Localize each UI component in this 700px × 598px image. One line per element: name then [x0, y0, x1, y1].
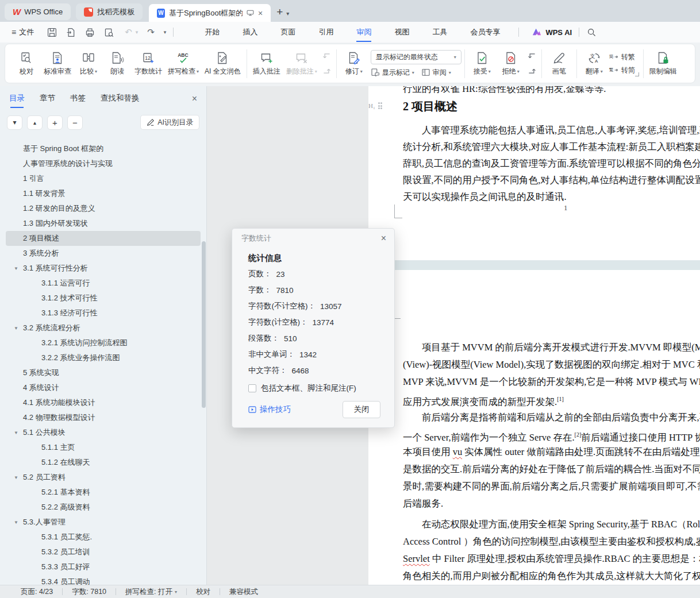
toc-item[interactable]: 5.2.2 高级资料: [6, 500, 201, 515]
toc-item[interactable]: 基于 Spring Boot 框架的: [6, 141, 201, 156]
previous-change-icon[interactable]: [527, 52, 537, 61]
checkbox-icon[interactable]: [248, 384, 256, 392]
heading-level-badge[interactable]: H₁: [368, 102, 382, 109]
accept-button[interactable]: 接受▾: [468, 49, 497, 79]
restrict-edit-button[interactable]: 限制编辑: [647, 49, 680, 79]
toc-item[interactable]: 5.3.2 员工培训: [6, 545, 201, 560]
menu-插入[interactable]: 插入: [231, 22, 269, 43]
monitor-icon[interactable]: [247, 9, 254, 17]
markup-state-dropdown[interactable]: 显示标记的最终状态▾: [371, 50, 461, 64]
menu-工具[interactable]: 工具: [421, 22, 459, 43]
toc-item[interactable]: 5.2.1 基本资料: [6, 485, 201, 500]
sidebar-tab-目录[interactable]: 目录: [9, 93, 25, 108]
menu-引用[interactable]: 引用: [307, 22, 345, 43]
read-aloud-button[interactable]: 朗读: [103, 49, 132, 79]
quickbar-chevron-icon[interactable]: ▾: [164, 29, 167, 35]
toc-item[interactable]: 3.2.1 系统访问控制流程图: [6, 335, 201, 350]
redo-icon[interactable]: ↷: [147, 27, 155, 37]
status-item[interactable]: 字数: 7810: [72, 587, 106, 597]
search-icon[interactable]: [586, 27, 597, 37]
to-traditional-button[interactable]: 简 转繁: [609, 52, 635, 62]
toc-item[interactable]: 3.1.3 经济可行性: [6, 306, 201, 321]
standard-review-button[interactable]: 标准审查: [41, 49, 74, 79]
next-comment-icon[interactable]: [322, 66, 332, 75]
toc-item[interactable]: ▼5.1 公共模块: [6, 425, 201, 440]
insert-comment-button[interactable]: 插入批注: [250, 49, 283, 79]
compare-button[interactable]: 比较▾: [74, 49, 103, 79]
file-menu[interactable]: ≡ 文件: [11, 27, 34, 37]
toc-item[interactable]: 3.1.2 技术可行性: [6, 291, 201, 306]
output-icon[interactable]: [66, 27, 76, 38]
dialog-launcher-icon[interactable]: [635, 72, 639, 76]
proofread-button[interactable]: 校对: [12, 49, 41, 79]
zoom-in-outline-button[interactable]: +: [47, 115, 63, 130]
sidebar-tab-查找和替换[interactable]: 查找和替换: [101, 93, 140, 108]
toc-item[interactable]: ▼5.2 员工资料: [6, 470, 201, 485]
toc-item[interactable]: 5 系统实现: [6, 365, 201, 380]
tab-list-chevron-icon[interactable]: ▾: [286, 10, 289, 17]
translate-button[interactable]: 文A 翻译▾: [580, 49, 609, 79]
toc-item[interactable]: 1 引言: [6, 171, 201, 186]
document-page-2[interactable]: 项目基于 MVVM 的前后端分离开发模式进行开发.MVVM 即模型(Mode(V…: [368, 270, 700, 585]
toc-item[interactable]: ▼3.1 系统可行性分析: [6, 261, 201, 276]
close-tab-icon[interactable]: ×: [258, 9, 263, 18]
close-dialog-button[interactable]: 关闭: [343, 401, 380, 418]
toc-item[interactable]: 4 系统设计: [6, 380, 201, 395]
expand-all-button[interactable]: ▴: [27, 115, 43, 130]
tab-wps-home[interactable]: W WPS Office: [5, 3, 71, 20]
menu-开始[interactable]: 开始: [193, 22, 231, 43]
toc-collapse-arrow-icon[interactable]: ▼: [14, 266, 18, 271]
spell-check-button[interactable]: ABC 拼写检查▾: [165, 49, 202, 79]
show-markup-button[interactable]: 显示标记▾: [371, 68, 414, 78]
toc-item[interactable]: 5.1.2 在线聊天: [6, 455, 201, 470]
ai-recognize-toc-button[interactable]: AI识别目录: [140, 115, 199, 130]
status-item[interactable]: 兼容模式: [229, 587, 258, 597]
print-icon[interactable]: [84, 27, 95, 38]
toc-collapse-arrow-icon[interactable]: ▼: [14, 520, 18, 525]
toc-item[interactable]: 1.1 研发背景: [6, 186, 201, 201]
chevron-down-icon[interactable]: ▾: [175, 589, 177, 595]
word-count-button[interactable]: 12 字数统计: [132, 49, 165, 79]
drag-handle-icon[interactable]: [378, 102, 383, 109]
new-tab-button[interactable]: +: [276, 6, 283, 18]
ink-button[interactable]: 画笔: [545, 49, 574, 79]
ai-polish-button[interactable]: AI 全文润色: [202, 49, 244, 79]
toc-item[interactable]: ▼3.2 系统流程分析: [6, 321, 201, 335]
review-pane-button[interactable]: 审阅▾: [421, 68, 451, 78]
toc-item[interactable]: 2 项目概述: [6, 231, 201, 246]
delete-comment-button[interactable]: 删除批注▾: [283, 49, 320, 79]
toc-item[interactable]: 3.2.2 系统业务操作流图: [6, 350, 201, 365]
undo-icon[interactable]: ↶: [125, 27, 132, 37]
save-icon[interactable]: [47, 27, 57, 38]
toc-collapse-arrow-icon[interactable]: ▼: [14, 475, 18, 480]
toc-item[interactable]: 3.1.1 运营可行: [6, 276, 201, 291]
sidebar-scrollbar[interactable]: [202, 241, 206, 408]
reject-button[interactable]: 拒绝▾: [497, 49, 525, 79]
previous-comment-icon[interactable]: [322, 52, 332, 61]
dialog-titlebar[interactable]: 字数统计 ×: [232, 229, 394, 248]
toc-item[interactable]: 4.1 系统功能模块设计: [6, 395, 201, 410]
status-item[interactable]: 校对: [196, 587, 210, 597]
tab-docer[interactable]: 找稻壳模板: [76, 3, 143, 20]
toc-item[interactable]: 1.3 国内外研发现状: [6, 216, 201, 231]
menu-审阅[interactable]: 审阅: [345, 22, 383, 43]
undo-chevron-icon[interactable]: ▾: [136, 29, 139, 35]
wps-ai-menu[interactable]: WPS AI: [532, 28, 572, 37]
print-preview-icon[interactable]: [103, 27, 114, 38]
toc-collapse-arrow-icon[interactable]: ▼: [14, 430, 18, 435]
toc-item[interactable]: 人事管理系统的设计与实现: [6, 156, 201, 171]
toc-item[interactable]: 5.3.3 员工好评: [6, 560, 201, 574]
sidebar-tab-章节[interactable]: 章节: [40, 93, 55, 108]
zoom-out-outline-button[interactable]: −: [67, 115, 83, 130]
toc-item[interactable]: 4.2 物理数据模型设计: [6, 410, 201, 425]
dialog-close-icon[interactable]: ×: [381, 233, 386, 244]
menu-视图[interactable]: 视图: [383, 22, 421, 43]
sidebar-tab-书签[interactable]: 书签: [70, 93, 86, 108]
toc-item[interactable]: 5.3.4 员工调动: [6, 574, 201, 585]
toc-item[interactable]: 1.2 研发的目的及意义: [6, 201, 201, 216]
tab-document[interactable]: W 基于SpringBoot框架的人事管 ×: [149, 4, 271, 22]
toc-collapse-arrow-icon[interactable]: ▼: [14, 326, 18, 331]
toc-item[interactable]: 3 系统分析: [6, 246, 201, 261]
to-simplified-button[interactable]: 繁 转简: [609, 65, 635, 75]
document-page-1[interactable]: 行业的有双雀 HR:综合性较强的有用友,金蝶等等. H₁ 2 项目概述 人事管理…: [368, 86, 700, 260]
